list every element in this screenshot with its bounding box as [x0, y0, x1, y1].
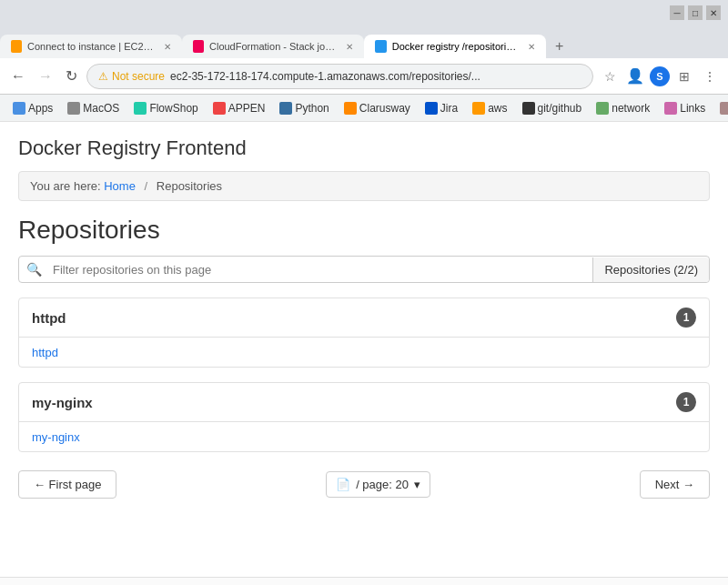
repo-count-badge: Repositories (2/2) [592, 257, 709, 282]
bookmark-github[interactable]: git/github [517, 100, 588, 116]
title-bar: ─ □ ✕ [0, 0, 728, 25]
next-page-button[interactable]: Next → [640, 470, 710, 499]
tab-docker[interactable]: Docker registry /repositories/20 ✕ [364, 35, 546, 58]
search-icon: 🔍 [19, 257, 49, 282]
address-input[interactable]: ⚠ Not secure ec2-35-172-118-174.compute-… [86, 64, 593, 89]
bookmark-testing[interactable]: testing [714, 100, 728, 116]
bookmark-label-links: Links [680, 102, 705, 115]
tab-close-ec2[interactable]: ✕ [164, 42, 171, 52]
bookmark-clarusway[interactable]: Clarusway [339, 100, 416, 116]
reload-button[interactable]: ↻ [62, 66, 81, 86]
pagination-row: ← First page 📄 / page: 20 ▾ Next → [18, 467, 710, 502]
bookmark-icon-macos [67, 102, 80, 115]
repo-count-httpd: 1 [676, 308, 696, 328]
breadcrumb-home-link[interactable]: Home [104, 179, 136, 193]
bookmark-icon-python [279, 102, 292, 115]
tab-favicon-ec2 [11, 40, 22, 53]
per-page-select[interactable]: 📄 / page: 20 ▾ [326, 471, 430, 498]
repo-name-httpd: httpd [32, 310, 66, 326]
close-button[interactable]: ✕ [706, 5, 721, 20]
bookmark-label-flowshop: FlowShop [149, 102, 197, 115]
bookmark-icon-apps [13, 102, 25, 115]
bookmark-label-apps: Apps [28, 102, 53, 115]
tab-favicon-cf [193, 40, 204, 53]
profile-icon-1[interactable]: 👤 [624, 66, 646, 87]
breadcrumb-separator: / [145, 179, 148, 193]
bookmark-icon-network [596, 102, 609, 115]
bookmarks-bar: Apps MacOS FlowShop APPEN Python Clarusw… [0, 95, 728, 122]
bookmark-label-jira: Jira [440, 102, 458, 115]
minimize-button[interactable]: ─ [670, 5, 684, 20]
repo-group-httpd: httpd 1 httpd [18, 298, 710, 368]
bookmark-jira[interactable]: Jira [420, 100, 463, 116]
back-button[interactable]: ← [7, 66, 29, 86]
bookmark-label-appen: APPEN [228, 102, 266, 115]
extensions-button[interactable]: ⊞ [673, 66, 695, 87]
section-title: Repositories [18, 216, 710, 245]
bookmark-label-github: git/github [538, 102, 582, 115]
address-bar: ← → ↻ ⚠ Not secure ec2-35-172-118-174.co… [0, 58, 728, 95]
bookmark-label-aws: aws [488, 102, 507, 115]
tab-bar: Connect to instance | EC2 Mana... ✕ Clou… [0, 25, 728, 58]
tab-close-docker[interactable]: ✕ [528, 42, 535, 52]
tab-cf[interactable]: CloudFormation - Stack joe-blue... ✕ [182, 35, 364, 58]
bookmark-apps[interactable]: Apps [7, 100, 58, 116]
bookmark-star-button[interactable]: ☆ [599, 66, 621, 87]
bookmark-appen[interactable]: APPEN [207, 100, 271, 116]
address-text: ec2-35-172-118-174.compute-1.amazonaws.c… [170, 70, 480, 83]
repo-count-my-nginx: 1 [676, 392, 696, 412]
breadcrumb-prefix: You are here: [30, 179, 101, 193]
search-input[interactable] [49, 257, 592, 282]
bookmark-icon-testing [720, 102, 728, 115]
bookmark-aws[interactable]: aws [467, 100, 512, 116]
bookmark-icon-appen [213, 102, 226, 115]
tab-close-cf[interactable]: ✕ [346, 42, 353, 52]
lock-icon: ⚠ [98, 70, 108, 83]
bookmark-links[interactable]: Links [659, 100, 711, 116]
tab-label-cf: CloudFormation - Stack joe-blue... [209, 41, 337, 52]
bookmark-flowshop[interactable]: FlowShop [128, 100, 203, 116]
page-icon: 📄 [336, 478, 350, 491]
lock-label: Not secure [112, 70, 165, 83]
bookmark-icon-aws [472, 102, 485, 115]
forward-button[interactable]: → [35, 66, 56, 86]
repo-link-httpd[interactable]: httpd [32, 346, 58, 359]
repo-links-my-nginx: my-nginx [19, 422, 709, 451]
bookmark-network[interactable]: network [591, 100, 655, 116]
repo-group-my-nginx: my-nginx 1 my-nginx [18, 382, 710, 452]
bookmark-macos[interactable]: MacOS [62, 100, 125, 116]
app-title: Docker Registry Frontend [18, 136, 710, 160]
profile-icon-2[interactable]: S [650, 66, 670, 86]
address-actions: ☆ 👤 S ⊞ ⋮ [599, 66, 721, 87]
bookmark-icon-github [522, 102, 535, 115]
first-page-button[interactable]: ← First page [18, 470, 116, 499]
page-content: Docker Registry Frontend You are here: H… [0, 122, 728, 577]
bookmark-label-network: network [612, 102, 650, 115]
menu-button[interactable]: ⋮ [699, 66, 721, 87]
breadcrumb-current: Repositories [157, 179, 222, 193]
tab-label-docker: Docker registry /repositories/20 [392, 41, 519, 52]
search-row: 🔍 Repositories (2/2) [18, 256, 710, 283]
repo-links-httpd: httpd [19, 338, 709, 367]
bookmark-icon-flowshop [134, 102, 147, 115]
breadcrumb: You are here: Home / Repositories [18, 171, 710, 201]
repo-link-my-nginx[interactable]: my-nginx [32, 430, 80, 444]
bookmark-python[interactable]: Python [274, 100, 334, 116]
tab-label-ec2: Connect to instance | EC2 Mana... [27, 41, 155, 52]
new-tab-button[interactable]: + [546, 35, 572, 58]
repo-name-my-nginx: my-nginx [32, 395, 93, 410]
bookmark-icon-jira [425, 102, 438, 115]
per-page-chevron-icon: ▾ [414, 478, 420, 491]
maximize-button[interactable]: □ [688, 5, 703, 20]
bookmark-label-clarusway: Clarusway [359, 102, 410, 115]
tab-favicon-docker [375, 40, 387, 53]
page-footer: 🐛 Report a bug ⑂ Fork me on GitHub ℹ Abo… [0, 577, 728, 585]
window-controls[interactable]: ─ □ ✕ [670, 5, 721, 20]
bookmark-label-python: Python [295, 102, 329, 115]
repo-header-httpd: httpd 1 [19, 298, 709, 338]
bookmark-icon-links [664, 102, 677, 115]
per-page-label: / page: 20 [356, 478, 409, 491]
bookmark-label-macos: MacOS [83, 102, 119, 115]
bookmark-icon-clarusway [344, 102, 357, 115]
tab-ec2[interactable]: Connect to instance | EC2 Mana... ✕ [0, 35, 182, 58]
